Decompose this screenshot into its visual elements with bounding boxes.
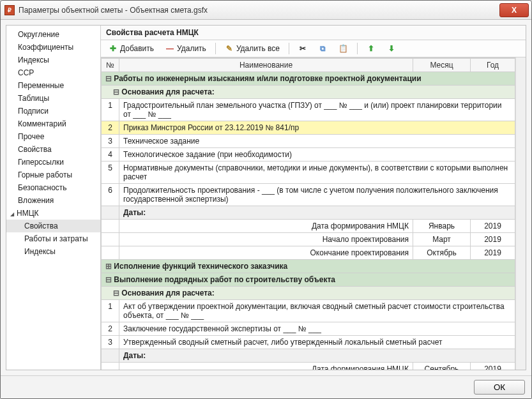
separator <box>289 43 289 54</box>
col-year[interactable]: Год <box>471 59 515 72</box>
table-row[interactable]: 1Акт об утверждении проектной документац… <box>102 300 515 322</box>
add-button[interactable]: ✚ Добавить <box>105 43 158 54</box>
nav-item[interactable]: Горные работы <box>6 169 100 181</box>
ok-button[interactable]: ОК <box>474 380 525 395</box>
panel-header: Свойства расчета НМЦК <box>101 26 526 40</box>
table-row[interactable]: 2Заключение государственной экспертизы о… <box>102 322 515 336</box>
nav-item[interactable]: Вложения <box>6 194 100 207</box>
paste-button[interactable]: 📋 <box>335 43 352 54</box>
remove-label: Удалить <box>177 44 206 53</box>
toolbar: ✚ Добавить — Удалить ✎ Удалить все ✂ ⧉ <box>101 40 526 57</box>
dates-label: Даты: <box>119 349 515 363</box>
subgroup-row[interactable]: Основания для расчета: <box>102 86 515 99</box>
paste-icon: 📋 <box>339 44 348 53</box>
nav-item[interactable]: Таблицы <box>6 92 100 105</box>
basis-label: Основания для расчета: <box>102 86 515 99</box>
nav-item[interactable]: Индексы <box>6 54 100 66</box>
arrow-up-icon: ⬆ <box>367 44 376 53</box>
table-row[interactable]: 4Технологическое задание (при необходимо… <box>102 148 515 162</box>
copy-button[interactable]: ⧉ <box>315 43 331 54</box>
remove-all-button[interactable]: ✎ Удалить все <box>221 43 284 54</box>
header-row: № Наименование Месяц Год <box>102 59 515 72</box>
grid-table: № Наименование Месяц Год Работы по инжен… <box>101 58 515 370</box>
nav-child-works[interactable]: Работы и затраты <box>6 232 100 245</box>
plus-icon: ✚ <box>109 44 118 53</box>
add-label: Добавить <box>120 44 154 53</box>
table-row[interactable]: Начало проектированияМарт2019 <box>102 233 515 246</box>
copy-icon: ⧉ <box>319 44 328 53</box>
main-panel: Свойства расчета НМЦК ✚ Добавить — Удали… <box>101 26 526 370</box>
remove-all-label: Удалить все <box>236 44 280 53</box>
subgroup-row[interactable]: Даты: <box>102 349 515 363</box>
window-title: Параметры объектной сметы - Объектная см… <box>19 6 499 15</box>
table-row[interactable]: Окончание проектированияОктябрь2019 <box>102 246 515 260</box>
separator <box>357 43 358 54</box>
nav-item[interactable]: Переменные <box>6 79 100 92</box>
nav-item[interactable]: Коэффициенты <box>6 41 100 54</box>
subgroup-row[interactable]: Основания для расчета: <box>102 287 515 300</box>
nav-item[interactable]: Гиперссылки <box>6 156 100 169</box>
group-title: Исполнение функций технического заказчик… <box>102 260 515 273</box>
nav-item[interactable]: Прочее <box>6 130 100 143</box>
pencil-icon: ✎ <box>225 44 234 53</box>
col-name[interactable]: Наименование <box>119 59 413 72</box>
table-row[interactable]: Дата формирования НМЦКЯнварь2019 <box>102 220 515 233</box>
cut-button[interactable]: ✂ <box>294 43 311 54</box>
table-row[interactable]: 2Приказ Минстроя России от 23.12.2019 № … <box>102 121 515 135</box>
subgroup-row[interactable]: Даты: <box>102 206 515 220</box>
remove-button[interactable]: — Удалить <box>162 43 210 54</box>
separator <box>215 43 216 54</box>
group-row[interactable]: Исполнение функций технического заказчик… <box>102 260 515 273</box>
minus-icon: — <box>165 44 174 53</box>
table-row[interactable]: 1Градостроительный план земельного участ… <box>102 99 515 121</box>
nav-item[interactable]: Округление <box>6 28 100 41</box>
move-up-button[interactable]: ⬆ <box>363 43 379 54</box>
dates-label: Даты: <box>119 206 515 220</box>
nav-item[interactable]: Комментарий <box>6 117 100 130</box>
arrow-down-icon: ⬇ <box>387 44 396 53</box>
col-month[interactable]: Месяц <box>413 59 471 72</box>
scrollbar[interactable] <box>515 57 526 370</box>
basis-label: Основания для расчета: <box>102 287 515 300</box>
scissors-icon: ✂ <box>298 44 307 53</box>
move-down-button[interactable]: ⬇ <box>383 43 400 54</box>
app-icon: ₽ <box>4 5 15 15</box>
table-row[interactable]: 3Техническое задание <box>102 135 515 148</box>
nav-tree: Округление Коэффициенты Индексы ССР Пере… <box>6 26 101 370</box>
table-row[interactable]: 6Продолжительность проектирования - ___ … <box>102 184 515 206</box>
dialog-footer: ОК <box>1 375 531 398</box>
nav-item[interactable]: Подписи <box>6 105 100 117</box>
table-row[interactable]: Дата формирования НМЦКСентябрь2019 <box>102 363 515 370</box>
nav-group-nmck[interactable]: НМЦК <box>6 207 100 220</box>
group-title: Выполнение подрядных работ по строительс… <box>102 273 515 287</box>
titlebar: ₽ Параметры объектной сметы - Объектная … <box>1 1 531 20</box>
grid[interactable]: № Наименование Месяц Год Работы по инжен… <box>101 57 515 370</box>
nav-item[interactable]: Безопасность <box>6 181 100 194</box>
nav-item[interactable]: ССР <box>6 66 100 79</box>
table-row[interactable]: 3Утвержденный сводный сметный расчет, ли… <box>102 336 515 349</box>
group-title: Работы по инженерным изысканиям и/или по… <box>102 72 515 86</box>
group-row[interactable]: Выполнение подрядных работ по строительс… <box>102 273 515 287</box>
col-num[interactable]: № <box>102 59 119 72</box>
close-button[interactable]: X <box>499 3 529 17</box>
group-row[interactable]: Работы по инженерным изысканиям и/или по… <box>102 72 515 86</box>
nav-item[interactable]: Свойства <box>6 143 100 156</box>
nav-child-properties[interactable]: Свойства <box>6 220 100 232</box>
table-row[interactable]: 5Нормативные документы (справочники, мет… <box>102 162 515 184</box>
dialog-window: ₽ Параметры объектной сметы - Объектная … <box>0 0 532 399</box>
nav-child-indices[interactable]: Индексы <box>6 245 100 258</box>
